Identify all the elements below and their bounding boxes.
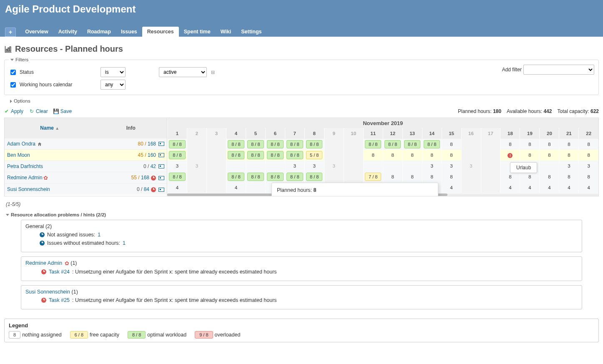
save-link[interactable]: 💾 Save [54,108,72,114]
resource-name[interactable]: Susi Sonnenschein [5,183,95,195]
day-cell[interactable]: 5 / 8 [304,150,324,161]
calendar-panel[interactable]: November 2019 12345678910111213141516171… [167,118,598,196]
day-cell[interactable]: 8 / 8 [168,150,187,161]
day-cell[interactable]: 8 [442,171,461,182]
day-cell[interactable]: 8 [422,171,442,182]
day-cell[interactable]: 8 / 8 [246,171,265,182]
tab-wiki[interactable]: Wiki [216,27,236,37]
resource-name[interactable]: Ben Moon [5,149,95,161]
day-cell[interactable]: 8 / 8 [285,150,304,161]
tab-issues[interactable]: Issues [116,27,142,37]
vcard-icon[interactable] [158,153,164,157]
day-cell[interactable] [461,182,481,193]
day-cell[interactable]: 8 / 8 [363,139,383,150]
day-cell[interactable]: 4 [540,182,559,193]
day-cell[interactable] [187,139,206,150]
day-cell[interactable]: 3 [461,161,481,171]
day-cell[interactable]: 8 / 8 [265,171,285,182]
day-cell[interactable]: 3 [422,161,442,171]
hint-general-2-link[interactable]: 1 [123,240,126,246]
tab-spent-time[interactable]: Spent time [179,27,216,37]
day-cell[interactable] [402,161,422,171]
day-cell[interactable]: 8 [540,150,559,161]
day-cell[interactable]: 8 / 8 [226,150,246,161]
resource-name[interactable]: Adam Ondra [5,138,95,149]
filter-status[interactable]: Status [9,68,96,76]
filter-whc-op[interactable]: any [100,80,126,90]
day-cell[interactable] [206,150,226,161]
hint-user-link[interactable]: Susi Sonnenschein [25,289,70,295]
task-link[interactable]: Task #24 [49,269,70,275]
day-cell[interactable] [206,182,226,193]
new-tab-button[interactable]: + [5,28,16,37]
day-cell[interactable]: 3 [285,161,304,171]
day-cell[interactable] [481,161,500,171]
day-cell[interactable]: 8 [559,139,579,150]
hint-general-1-link[interactable]: 1 [98,232,100,238]
day-cell[interactable] [461,171,481,182]
day-cell[interactable] [344,150,363,161]
vcard-icon[interactable] [158,188,164,192]
day-cell[interactable]: 8 [579,171,598,182]
day-cell[interactable]: 8 [383,150,402,161]
filter-status-op[interactable]: is [100,67,126,77]
day-cell[interactable] [187,182,206,193]
add-filter-select[interactable] [523,65,594,75]
task-link[interactable]: Task #25 [49,297,70,303]
day-cell[interactable]: 8 / 8 [265,139,285,150]
day-cell[interactable]: 8 [363,150,383,161]
day-cell[interactable]: 8 / 8 [402,139,422,150]
day-cell[interactable]: 8 [500,139,520,150]
day-cell[interactable] [206,161,226,171]
day-cell[interactable]: 4 [500,182,520,193]
day-cell[interactable] [187,150,206,161]
day-cell[interactable]: 3 [187,161,206,171]
clear-link[interactable]: ↻ Clear [29,108,48,114]
day-cell[interactable] [206,139,226,150]
tab-overview[interactable]: Overview [20,27,53,37]
day-cell[interactable]: 8 [442,139,461,150]
day-cell[interactable]: 4 [520,182,540,193]
day-cell[interactable] [246,182,265,193]
day-cell[interactable]: 8 / 8 [285,171,304,182]
filter-status-checkbox[interactable] [10,70,16,75]
day-cell[interactable]: 4 [442,182,461,193]
day-cell[interactable]: 8 / 8 [265,150,285,161]
day-cell[interactable]: 3 [168,161,187,171]
day-cell[interactable]: 8 [559,150,579,161]
options-legend[interactable]: Options [8,98,32,103]
day-cell[interactable] [226,161,246,171]
filter-whc[interactable]: Working hours calendar [9,81,96,89]
day-cell[interactable]: 8 / 8 [246,139,265,150]
day-cell[interactable]: 8 [579,139,598,150]
hint-user-link[interactable]: Redmine Admin [25,260,62,266]
day-cell[interactable] [324,171,344,182]
day-cell[interactable] [481,150,500,161]
day-cell[interactable] [324,139,344,150]
day-cell[interactable]: 3 [559,161,579,171]
day-cell[interactable]: 8 / 8 [168,171,187,182]
day-cell[interactable]: 8 / 8 [226,171,246,182]
day-cell[interactable]: 8 [579,150,598,161]
day-cell[interactable] [363,161,383,171]
day-cell[interactable] [461,139,481,150]
day-cell[interactable]: 8 / 8 [226,139,246,150]
tab-resources[interactable]: Resources [142,27,179,37]
filter-status-toggle-icon[interactable]: ⊟ [211,70,215,75]
day-cell[interactable] [344,139,363,150]
day-cell[interactable]: 8 [442,150,461,161]
day-cell[interactable]: 4 [226,182,246,193]
day-cell[interactable] [206,171,226,182]
filters-legend[interactable]: Filters [9,57,30,62]
day-cell[interactable] [187,171,206,182]
day-cell[interactable] [265,161,285,171]
vcard-icon[interactable] [158,142,164,146]
day-cell[interactable] [344,161,363,171]
day-cell[interactable]: 8 [520,150,540,161]
col-name[interactable]: Name ▲ [5,118,95,138]
day-cell[interactable]: 8 [402,171,422,182]
day-cell[interactable] [246,161,265,171]
day-cell[interactable] [324,150,344,161]
day-cell[interactable]: 8 [402,150,422,161]
day-cell[interactable] [540,161,559,171]
